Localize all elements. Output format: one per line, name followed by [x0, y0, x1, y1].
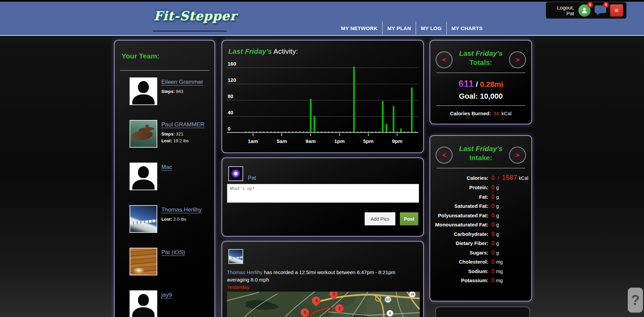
totals-prev-button[interactable]: < [436, 51, 453, 68]
x-axis-label: 1am [248, 138, 258, 144]
intake-value: 0 [491, 203, 495, 209]
chart-bar [400, 128, 402, 132]
intake-label: Protein: [430, 185, 488, 190]
chart-bar [393, 106, 394, 132]
composer-username-link[interactable]: Pat [248, 175, 256, 181]
member-info: Paul GRAMMERSteps: 321Lost: 19.2 lbs [161, 120, 205, 163]
chart-bar [396, 131, 398, 132]
feed-timestamp: Yesterday [227, 284, 418, 290]
chart-bar [328, 131, 329, 132]
chart-bar [378, 131, 380, 132]
feed-author-link[interactable]: Thomas Herlihy [227, 269, 262, 275]
intake-row-cholesterol: Cholesterol:0mg [430, 259, 531, 268]
page: Fit-Stepper MY NETWORKMY PLANMY LOGMY CH… [0, 0, 644, 317]
member-name-link[interactable]: jay9 [161, 292, 172, 298]
underwater-avatar[interactable] [130, 120, 157, 148]
map-pin-4[interactable]: 4 [310, 294, 322, 306]
member-info: Thomas HerlihyLost: 2.0 lbs [161, 205, 202, 248]
chart-bar-slot [276, 62, 280, 132]
chart-bar-slot [298, 62, 302, 132]
intake-unit: g [496, 213, 499, 218]
stat-label: Lost: [161, 217, 173, 222]
member-name-link[interactable]: Thomas Herlihy [161, 206, 202, 213]
chart-bar-slot [377, 62, 381, 132]
intake-label: Potassium: [430, 277, 488, 283]
intake-label: Fat: [430, 194, 488, 200]
stat-label: Steps: [161, 131, 176, 137]
nav-link-my-charts[interactable]: MY CHARTS [447, 25, 488, 31]
divider [120, 70, 209, 71]
chart-bar [274, 131, 275, 132]
silhouette-avatar[interactable] [130, 77, 157, 105]
totals-header: < > Last Friday's Totals: [430, 41, 531, 67]
intake-prev-button[interactable]: < [436, 147, 453, 164]
calories-burned-label: Calories Burned: [450, 111, 491, 116]
app-logo: Fit-Stepper [154, 8, 237, 23]
chart-bar [342, 131, 344, 132]
nav-link-my-plan[interactable]: MY PLAN [383, 25, 416, 31]
member-name-link[interactable]: Mac [161, 164, 172, 171]
y-axis-label: 160 [228, 61, 236, 67]
add-pics-button[interactable]: Add Pics [365, 212, 395, 225]
route-shield-127: 127 [385, 296, 391, 303]
feed-author-avatar[interactable] [228, 249, 243, 264]
logout-link[interactable]: Logout, Pat [549, 5, 575, 16]
chart-bar-slot [406, 62, 410, 132]
map-pin-number: 3 [329, 292, 338, 298]
nav-link-my-log[interactable]: MY LOG [416, 25, 446, 31]
chart-bar [382, 101, 384, 132]
intake-next-button[interactable]: > [509, 147, 526, 164]
intake-value: 0 [491, 213, 495, 219]
intake-label: Polyunsaturated Fat: [430, 213, 488, 218]
chart-title-day: Last Friday's [228, 47, 272, 55]
chart-bar-slot [330, 62, 334, 132]
intake-row-protein: Protein:0g [430, 185, 531, 194]
building-avatar[interactable] [130, 205, 157, 233]
intake-row-sodium: Sodium:0mg [430, 268, 531, 278]
help-button[interactable]: ? [628, 288, 643, 313]
activity-chart-panel: Last Friday's Activity: 04080120160 1am5… [222, 40, 424, 153]
x-axis-label: 1pm [334, 138, 345, 144]
map-pin-2[interactable]: 2 [334, 302, 345, 314]
chart-bar [357, 131, 359, 132]
wood-avatar[interactable] [130, 248, 157, 275]
intake-value: 0 [491, 222, 495, 228]
hamburger-menu-button[interactable]: ≡ [610, 4, 623, 17]
chart-bar-slot [302, 62, 305, 132]
totals-steps-row: 611 / 0.28mi [430, 78, 531, 89]
member-stats: Steps: 321Lost: 19.2 lbs [161, 131, 205, 144]
post-button[interactable]: Post [400, 212, 418, 225]
team-member: jay9 [115, 290, 214, 317]
member-stat: Steps: 843 [161, 88, 203, 95]
chart-bar [368, 131, 369, 132]
y-axis-label: 120 [228, 77, 236, 83]
divider [436, 73, 525, 73]
intake-unit: g [496, 203, 499, 209]
member-name-link[interactable]: Eileen Grammer [161, 79, 203, 86]
messages-icon-wrap[interactable]: 0 [594, 4, 606, 17]
map-pin-5[interactable]: 5 [299, 306, 311, 317]
x-tick-mark [339, 133, 340, 136]
friends-badge: 0 [587, 2, 593, 8]
y-axis-label: 0 [228, 126, 230, 131]
chart-bar [339, 131, 340, 132]
composer-avatar[interactable] [228, 166, 243, 181]
workout-route-map[interactable]: 2345127815 Connecticut [227, 292, 420, 317]
silhouette-avatar[interactable] [130, 163, 157, 190]
nav-link-my-network[interactable]: MY NETWORK [336, 25, 382, 31]
silhouette-avatar[interactable] [130, 290, 157, 317]
team-member: Pat (iOS) [115, 248, 214, 290]
status-input[interactable] [227, 184, 419, 203]
steps-slash: / [474, 80, 480, 89]
intake-unit: kCal [519, 175, 528, 181]
member-name-link[interactable]: Pat (iOS) [161, 249, 185, 256]
friends-icon-wrap[interactable]: 0 [578, 4, 591, 17]
chart-bar [281, 131, 283, 132]
chart-bar [371, 131, 373, 132]
feed-item-panel: Thomas Herlihy has recorded a 12.5/mi wo… [222, 241, 424, 317]
intake-row-sugars: Sugars:0g [430, 250, 531, 259]
chart-bar [292, 131, 294, 132]
totals-next-button[interactable]: > [509, 51, 526, 68]
member-name-link[interactable]: Paul GRAMMER [161, 121, 205, 128]
intake-label: Sodium: [430, 268, 488, 274]
